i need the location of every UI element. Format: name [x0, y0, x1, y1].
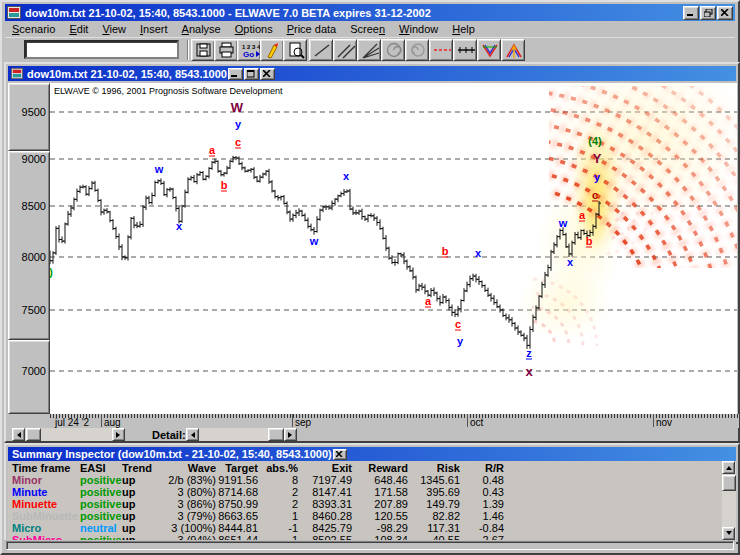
horizontal-scrollbar[interactable] [12, 428, 125, 441]
detail-scrollbar-thumb[interactable] [268, 428, 284, 441]
column-header: Target [216, 462, 258, 474]
menu-edit[interactable]: Edit [62, 23, 95, 35]
spiral-small-tool-button[interactable] [405, 39, 429, 61]
summary-scroll-down-button[interactable] [722, 527, 735, 540]
fan-lines-icon [359, 41, 381, 60]
toolbar-separator [187, 40, 189, 60]
exit-cell: 8393.31 [298, 498, 352, 510]
table-row[interactable]: Minuettepositiveup3 (86%)8750.9928393.31… [8, 498, 722, 510]
time-axis-ticks [50, 414, 739, 418]
menu-scenario[interactable]: Scenario [5, 23, 62, 35]
abs-cell: -1 [258, 522, 298, 534]
chart-minimize-button[interactable] [228, 68, 243, 80]
easi-cell: positive [80, 498, 122, 510]
chart-window: dow10m.txt 21-10-02, 15:40, 8543.1000 95… [4, 62, 740, 443]
exit-cell: 8147.41 [298, 486, 352, 498]
svg-text:b: b [442, 245, 449, 257]
print-button[interactable] [214, 39, 238, 61]
rr-cell: -0.84 [460, 522, 504, 534]
trend-cell: up [122, 498, 168, 510]
parallel-lines-icon [335, 41, 357, 60]
scroll-right-button[interactable] [112, 428, 125, 441]
preview-button[interactable] [283, 39, 307, 61]
abs-cell: 2 [258, 498, 298, 510]
svg-text:w: w [558, 217, 568, 229]
status-bar [4, 540, 736, 551]
go-icon: 1 2 3 4Go [239, 41, 261, 60]
application-window: dow10m.txt 21-10-02, 15:40, 8543.1000 - … [0, 0, 740, 555]
chart-maximize-button[interactable] [244, 68, 259, 80]
month-separator [292, 414, 293, 427]
target-a-icon [503, 41, 525, 60]
svg-text:z: z [526, 347, 532, 359]
minimize-button[interactable] [683, 6, 699, 20]
save-icon [193, 41, 215, 60]
go-button[interactable]: 1 2 3 4Go [237, 39, 261, 61]
time-tick-label: nov [656, 417, 672, 428]
svg-text:a: a [579, 209, 586, 221]
menu-window[interactable]: Window [392, 23, 445, 35]
save-button[interactable] [191, 39, 215, 61]
summary-scroll-up-button[interactable] [722, 461, 735, 474]
menu-insert[interactable]: Insert [133, 23, 175, 35]
menu-view[interactable]: View [95, 23, 133, 35]
trend-cell: up [122, 474, 168, 486]
menu-help[interactable]: Help [445, 23, 482, 35]
target-cell: 8714.68 [216, 486, 258, 498]
time-tick-label: aug [104, 417, 121, 428]
target-v-tool-button[interactable] [477, 39, 501, 61]
summary-scrollbar-thumb[interactable] [722, 475, 736, 491]
target-a-tool-button[interactable] [501, 39, 525, 61]
svg-text:y: y [235, 118, 242, 130]
restore-button[interactable] [700, 6, 716, 20]
rr-cell: 1.46 [460, 510, 504, 522]
month-separator [467, 414, 468, 427]
table-row[interactable]: Minutepositiveup3 (80%)8714.6828147.4117… [8, 486, 722, 498]
detail-label: Detail: [152, 429, 186, 441]
menu-screen[interactable]: Screen [343, 23, 392, 35]
price-axis[interactable]: 950090008500800075007000 [8, 83, 50, 414]
table-row[interactable]: SubMinuettepositiveup3 (79%)8663.6518460… [8, 510, 722, 522]
scrollbar-thumb[interactable] [26, 428, 41, 441]
trend-cell: up [122, 510, 168, 522]
wave-cell: 3 (79%) [168, 510, 216, 522]
time-tick-label: oct [470, 417, 483, 428]
svg-text:c: c [455, 318, 461, 330]
menu-analyse[interactable]: Analyse [175, 23, 228, 35]
svg-text:w: w [309, 235, 319, 247]
trendline-tool-button[interactable] [309, 39, 333, 61]
target-v-icon [479, 41, 501, 60]
chart-plot-area[interactable]: ELWAVE © 1996, 2001 Prognosis Software D… [50, 83, 737, 414]
close-button[interactable] [717, 6, 733, 20]
svg-text:W: W [231, 100, 244, 115]
copyright-text: ELWAVE © 1996, 2001 Prognosis Software D… [54, 86, 283, 96]
spiral-tool-button[interactable] [381, 39, 405, 61]
abs-cell: 2 [258, 486, 298, 498]
detail-scroll-left-button[interactable] [186, 428, 199, 441]
summary-vertical-scrollbar[interactable] [722, 461, 736, 540]
summary-close-button[interactable] [333, 449, 347, 460]
trend-cell: up [122, 522, 168, 534]
easi-cell: positive [80, 510, 122, 522]
scenario-combo[interactable] [24, 40, 179, 59]
reward-cell: 120.55 [352, 510, 408, 522]
chart-close-button[interactable] [260, 68, 275, 80]
menu-price-data[interactable]: Price data [280, 23, 344, 35]
fan-lines-tool-button[interactable] [357, 39, 381, 61]
dashed-line-tool-button[interactable] [429, 39, 453, 61]
menu-options[interactable]: Options [228, 23, 280, 35]
table-header: Time frameEASITrendWaveTargetabs.%ExitRe… [8, 462, 722, 474]
summary-table[interactable]: Time frameEASITrendWaveTargetabs.%ExitRe… [8, 461, 722, 540]
trend-cell: up [122, 486, 168, 498]
summary-inspector-window: Summary Inspector (dow10m.txt - 21-10-02… [4, 443, 740, 544]
print-icon [216, 41, 238, 60]
scroll-left-button[interactable] [12, 428, 25, 441]
table-row[interactable]: Minorpositiveup2/b (83%)9191.5687197.496… [8, 474, 722, 486]
detail-scroll-right-button[interactable] [284, 428, 297, 441]
measure-tool-button[interactable] [453, 39, 477, 61]
detail-scrollbar[interactable] [186, 428, 297, 441]
analyse-button[interactable] [260, 39, 284, 61]
svg-text:x: x [567, 256, 574, 268]
table-row[interactable]: Microneutralup3 (100%)8444.81-18425.79-9… [8, 522, 722, 534]
parallel-lines-tool-button[interactable] [333, 39, 357, 61]
